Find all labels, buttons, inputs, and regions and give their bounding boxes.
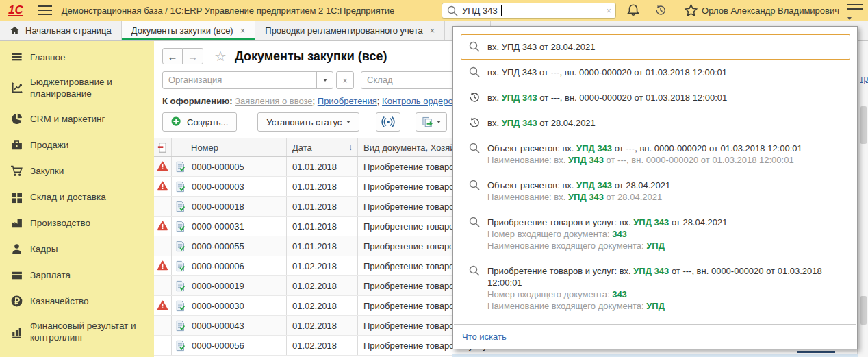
suggestion-subline: Наименование: вх. УПД 343 от ---, вн. 00… bbox=[487, 154, 802, 166]
document-posted-icon bbox=[175, 320, 186, 332]
suggestion-subline: Наименование входящего документа: УПД bbox=[487, 300, 849, 312]
set-status-button[interactable]: Установить статус bbox=[257, 112, 359, 132]
posting-status-column-icon[interactable] bbox=[154, 138, 172, 156]
suggestion-line: вх. УПД 343 от ---, вн. 0000-000020 от 0… bbox=[487, 92, 727, 103]
cell-warning bbox=[154, 296, 172, 315]
search-suggestion-item-2[interactable]: вх. УПД 343 от ---, вн. 0000-000020 от 0… bbox=[453, 60, 857, 85]
cell-number: 0000-000019 bbox=[172, 276, 287, 295]
cell-warning bbox=[154, 236, 172, 256]
add-favorite-star-icon[interactable]: ☆ bbox=[214, 49, 227, 63]
document-posted-icon bbox=[175, 221, 186, 232]
sidebar-item-12[interactable]: Внеоборотные активы bbox=[0, 349, 154, 357]
column-number[interactable]: Номер bbox=[172, 138, 287, 156]
suggestion-text: от 28.04.2021 bbox=[537, 118, 596, 128]
suggestion-body: Приобретение товаров и услуг: вх. УПД 34… bbox=[487, 265, 849, 312]
sidebar-item-10[interactable]: Казначейство bbox=[0, 288, 154, 314]
tab-3[interactable]: Проводки регламентированного учета× bbox=[255, 21, 445, 40]
to-register-link-2[interactable]: Приобретения bbox=[318, 96, 377, 106]
document-date: 01.01.2018 bbox=[292, 162, 337, 172]
document-date: 01.01.2018 bbox=[292, 221, 337, 232]
cell-number: 0000-000006 bbox=[172, 256, 287, 275]
document-number: 0000-000006 bbox=[192, 261, 244, 271]
search-suggestions-dropdown: вх. УПД 343 от 28.04.2021вх. УПД 343 от … bbox=[452, 26, 858, 349]
global-search-input[interactable]: УПД 343 × bbox=[442, 3, 616, 19]
search-icon bbox=[468, 66, 481, 78]
organization-placeholder: Организация bbox=[163, 72, 316, 88]
document-number: 0000-000031 bbox=[192, 221, 244, 232]
clear-organization-icon[interactable]: × bbox=[336, 71, 354, 89]
clear-search-icon[interactable]: × bbox=[606, 5, 611, 16]
sidebar-item-3[interactable]: CRM и маркетинг bbox=[0, 106, 154, 132]
pie-icon bbox=[10, 112, 23, 125]
search-suggestion-item-3[interactable]: вх. УПД 343 от ---, вн. 0000-000020 от 0… bbox=[453, 85, 857, 110]
forward-button[interactable]: → bbox=[183, 48, 203, 64]
cell-number: 0000-000003 bbox=[172, 177, 287, 196]
sidebar-item-1[interactable]: Главное bbox=[0, 44, 154, 70]
highlighted-match: УПД 343 bbox=[502, 118, 537, 128]
tab-2[interactable]: Документы закупки (все)× bbox=[122, 21, 256, 40]
cell-date: 01.02.2018 bbox=[287, 296, 358, 315]
cell-date: 01.02.2018 bbox=[287, 336, 358, 355]
plus-icon bbox=[171, 116, 182, 127]
text-caret bbox=[501, 5, 502, 16]
cell-date: 01.01.2018 bbox=[287, 177, 358, 196]
document-posted-icon bbox=[175, 241, 186, 252]
main-menu-icon[interactable] bbox=[38, 5, 52, 15]
grid-icon bbox=[10, 190, 23, 204]
service-settings-icon[interactable] bbox=[847, 4, 863, 16]
search-suggestion-item-4[interactable]: вх. УПД 343 от 28.04.2021 bbox=[453, 110, 857, 136]
to-register-label: К оформлению: bbox=[162, 96, 233, 106]
sidebar-item-9[interactable]: Зарплата bbox=[0, 262, 154, 288]
related-documents-button[interactable] bbox=[376, 112, 400, 132]
search-suggestion-item-8[interactable]: Приобретение товаров и услуг: вх. УПД 34… bbox=[453, 258, 857, 319]
search-suggestion-item-5[interactable]: Объект расчетов: вх. УПД 343 от ---, вн.… bbox=[453, 136, 857, 173]
scrollbar-thumb[interactable] bbox=[860, 296, 867, 325]
document-number: 0000-000056 bbox=[192, 341, 244, 351]
tab-label: Документы закупки (все) bbox=[131, 25, 233, 36]
tab-close-icon[interactable]: × bbox=[430, 25, 435, 36]
sidebar-item-5[interactable]: Закупки bbox=[0, 158, 154, 184]
tab-close-icon[interactable]: × bbox=[240, 25, 246, 36]
highlighted-match: 343 bbox=[612, 229, 627, 239]
favorites-star-icon[interactable] bbox=[682, 2, 700, 19]
notifications-bell-icon[interactable] bbox=[624, 2, 642, 19]
factory-icon bbox=[10, 216, 23, 230]
document-date: 01.01.2018 bbox=[292, 201, 337, 212]
sidebar-item-7[interactable]: Производство bbox=[0, 210, 154, 236]
search-suggestion-item-7[interactable]: Приобретение товаров и услуг: вх. УПД 34… bbox=[453, 210, 857, 258]
home-icon bbox=[10, 25, 20, 36]
search-suggestion-item-6[interactable]: Объект расчетов: вх. УПД 343 от 28.04.20… bbox=[453, 173, 857, 210]
app-title: Демонстрационная база / 1С:ERP Управлени… bbox=[62, 5, 395, 16]
back-button[interactable]: ← bbox=[162, 48, 183, 64]
sidebar-item-6[interactable]: Склад и доставка bbox=[0, 184, 154, 210]
sidebar-item-label: Финансовый результат и контроллинг bbox=[30, 320, 149, 343]
sidebar-item-8[interactable]: Кадры bbox=[0, 236, 154, 262]
sidebar-item-11[interactable]: Финансовый результат и контроллинг bbox=[0, 314, 154, 349]
cell-number: 0000-000030 bbox=[172, 296, 287, 315]
highlighted-match: УПД 343 bbox=[568, 192, 604, 202]
cell-date: 01.02.2018 bbox=[287, 276, 358, 295]
history-icon[interactable] bbox=[652, 2, 669, 19]
menu-icon bbox=[10, 50, 23, 64]
suggestion-line: Объект расчетов: вх. УПД 343 от ---, вн.… bbox=[487, 143, 802, 154]
document-date: 01.02.2018 bbox=[292, 281, 337, 291]
1c-logo: 1С bbox=[8, 5, 23, 16]
organization-filter[interactable]: Организация bbox=[162, 71, 333, 89]
scrollbar-thumb[interactable] bbox=[860, 106, 867, 144]
search-suggestion-item-1[interactable]: вх. УПД 343 от 28.04.2021 bbox=[461, 34, 850, 60]
what-to-search-link[interactable]: Что искать bbox=[462, 332, 507, 342]
document-posted-icon bbox=[175, 300, 186, 312]
create-button[interactable]: Создать... bbox=[162, 112, 237, 132]
column-date[interactable]: Дата ↓ bbox=[287, 138, 358, 156]
create-based-on-button[interactable] bbox=[416, 112, 447, 132]
combo-dropdown-icon[interactable] bbox=[316, 72, 333, 88]
sidebar-item-2[interactable]: Бюджетирование и планирование bbox=[0, 70, 154, 106]
bars-icon bbox=[10, 325, 23, 338]
sort-desc-icon: ↓ bbox=[348, 143, 353, 152]
sidebar-item-label: Бюджетирование и планирование bbox=[30, 76, 149, 99]
current-user[interactable]: Орлов Александр Владимирович bbox=[702, 0, 839, 21]
sidebar-item-4[interactable]: Продажи bbox=[0, 132, 154, 158]
tab-1[interactable]: Начальная страница bbox=[0, 21, 122, 40]
to-register-link-3[interactable]: Контроль ордеров bbox=[382, 96, 457, 106]
to-register-link-1[interactable]: Заявления о ввозе bbox=[235, 96, 312, 106]
